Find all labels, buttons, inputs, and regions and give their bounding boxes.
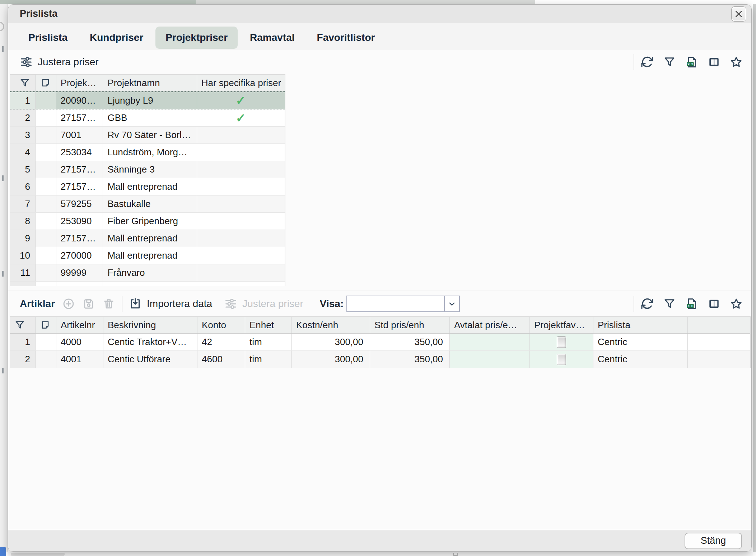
favorite-button[interactable]	[730, 56, 743, 69]
row-number: 11	[10, 264, 36, 281]
export-excel-button[interactable]: XLS	[685, 56, 698, 69]
column-header-kostn[interactable]: Kostn/enh	[292, 317, 370, 333]
background-window-fragment	[0, 0, 756, 4]
filler-cell	[688, 351, 750, 368]
dialog-content: Justera priser XLS Projek… Projektnamn H…	[8, 50, 751, 551]
adjust-prices-articles-label: Justera priser	[242, 298, 303, 310]
tab-prislista[interactable]: Prislista	[18, 27, 78, 49]
projects-table-header: Projek… Projektnamn Har specifika priser	[10, 75, 285, 91]
table-row[interactable]: 4 253034 Lundström, Morg…	[10, 144, 285, 161]
articles-disabled-icons	[62, 297, 115, 310]
table-row[interactable]: 8 253090 Fiber Gripenberg	[10, 213, 285, 230]
close-button[interactable]	[731, 6, 746, 22]
row-number: 5	[10, 161, 36, 178]
table-row[interactable]: 2 4001 Centic Utförare 4600 tim 300,00 3…	[10, 351, 750, 368]
adjust-prices-label: Justera priser	[38, 56, 99, 68]
table-row[interactable]: 2 27157… GBB ✓	[10, 109, 285, 127]
konto-cell: 42	[197, 334, 245, 350]
refresh-button[interactable]	[641, 56, 654, 69]
favorite-button[interactable]	[730, 297, 743, 310]
avtalat-pris-cell[interactable]	[450, 334, 530, 350]
table-row[interactable]: 6 27157… Mall entreprenad	[10, 178, 285, 195]
table-row-clipped	[10, 282, 285, 286]
filter-icon	[663, 297, 676, 310]
sliders-icon	[224, 297, 237, 310]
column-header-projektnamn[interactable]: Projektnamn	[103, 75, 197, 91]
table-row[interactable]: 1 4000 Centic Traktor+V… 42 tim 300,00 3…	[10, 334, 750, 351]
tab-favoritlistor[interactable]: Favoritlistor	[307, 27, 385, 49]
table-row[interactable]: 5 27157… Sänninge 3	[10, 161, 285, 178]
row-number: 1	[10, 92, 36, 109]
refresh-icon	[641, 56, 654, 69]
filter-row-header[interactable]	[10, 317, 36, 333]
note-column-header[interactable]	[36, 317, 56, 333]
row-number: 9	[10, 230, 36, 247]
column-header-std-pris[interactable]: Std pris/enh	[370, 317, 450, 333]
columns-button[interactable]	[708, 297, 720, 310]
column-header-konto[interactable]: Konto	[197, 317, 245, 333]
delete-article-button[interactable]	[102, 297, 115, 310]
avtalat-pris-cell[interactable]	[450, 351, 530, 368]
columns-button[interactable]	[708, 56, 720, 69]
save-article-button[interactable]	[82, 297, 95, 310]
filter-row-header[interactable]	[10, 75, 36, 91]
refresh-button[interactable]	[641, 297, 654, 310]
projektnamn-cell: GBB	[103, 109, 197, 126]
filter-button[interactable]	[663, 297, 676, 310]
visa-combobox-input[interactable]	[347, 296, 444, 311]
tab-projektpriser[interactable]: Projektpriser	[155, 27, 238, 49]
visa-combobox-dropdown-button[interactable]	[444, 296, 459, 311]
note-column-header[interactable]	[36, 75, 56, 91]
table-row[interactable]: 10 270000 Mall entreprenad	[10, 247, 285, 264]
row-number: 3	[10, 127, 36, 143]
tab-kundpriser[interactable]: Kundpriser	[80, 27, 153, 49]
projektnr-cell: 253090	[56, 213, 103, 230]
save-floppy-icon	[82, 297, 95, 310]
column-header-avtalat[interactable]: Avtalat pris/e…	[450, 317, 530, 333]
sliders-icon	[20, 56, 33, 69]
har-specifika-check	[197, 195, 285, 212]
table-row[interactable]: 3 7001 Rv 70 Säter - Borl…	[10, 127, 285, 144]
har-specifika-check: ✓	[197, 109, 285, 126]
note-cell	[36, 195, 56, 212]
projektnamn-cell	[103, 282, 197, 286]
column-header-projektnr[interactable]: Projek…	[56, 75, 103, 91]
filter-button[interactable]	[663, 56, 676, 69]
projektfav-checkbox[interactable]	[557, 336, 566, 348]
projektnamn-cell: Fiber Gripenberg	[103, 213, 197, 230]
background-window-fragment	[0, 22, 4, 31]
column-header-enhet[interactable]: Enhet	[245, 317, 292, 333]
adjust-prices-articles-button[interactable]: Justera priser	[224, 297, 303, 310]
konto-cell: 4600	[197, 351, 245, 368]
tab-ramavtal[interactable]: Ramavtal	[240, 27, 305, 49]
note-cell	[36, 334, 56, 350]
visa-combobox	[346, 296, 460, 312]
note-cell	[36, 109, 56, 126]
table-row[interactable]: 11 99999 Frånvaro	[10, 264, 285, 282]
table-row[interactable]: 1 20090… Ljungby L9 ✓	[10, 91, 285, 109]
background-window-fragment	[753, 4, 756, 552]
close-dialog-button[interactable]: Stäng	[685, 533, 742, 549]
adjust-prices-button[interactable]: Justera priser	[20, 56, 99, 69]
excel-file-icon: XLS	[685, 297, 698, 310]
har-specifika-cell	[197, 282, 285, 286]
column-header-beskrivning[interactable]: Beskrivning	[103, 317, 197, 333]
add-article-button[interactable]	[62, 297, 75, 310]
export-excel-button[interactable]: XLS	[685, 297, 698, 310]
kostn-cell: 300,00	[292, 334, 370, 350]
background-window-fragment	[8, 552, 753, 556]
close-icon	[734, 9, 743, 19]
table-row[interactable]: 9 27157… Mall entreprenad	[10, 230, 285, 247]
projektfav-checkbox[interactable]	[557, 354, 566, 365]
projektfav-cell	[530, 334, 593, 350]
projektnr-cell	[56, 282, 103, 286]
column-header-prislista[interactable]: Prislista	[593, 317, 688, 333]
har-specifika-check	[197, 127, 285, 143]
column-header-artikelnr[interactable]: Artikelnr	[56, 317, 103, 333]
column-header-projektfav[interactable]: Projektfav…	[530, 317, 593, 333]
projektnr-cell: 27157…	[56, 178, 103, 195]
import-data-button[interactable]: Importera data	[129, 297, 212, 310]
table-row[interactable]: 7 579255 Bastukalle	[10, 195, 285, 213]
column-header-har-specifika[interactable]: Har specifika priser	[197, 75, 285, 91]
beskrivning-cell: Centic Utförare	[103, 351, 197, 368]
